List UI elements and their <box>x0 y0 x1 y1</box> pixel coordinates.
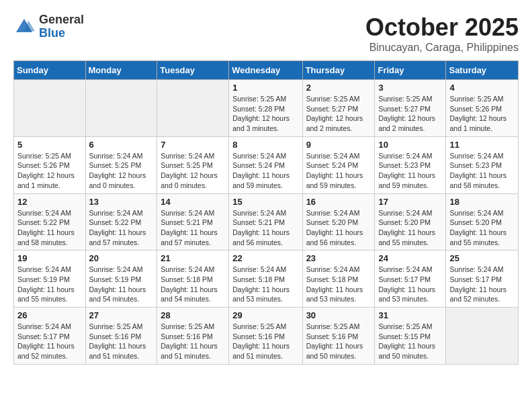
day-number: 17 <box>378 197 442 207</box>
calendar-cell: 28Sunrise: 5:25 AM Sunset: 5:16 PM Dayli… <box>157 308 229 365</box>
weekday-header-row: SundayMondayTuesdayWednesdayThursdayFrid… <box>14 61 519 80</box>
day-number: 14 <box>161 197 225 207</box>
logo-text: General Blue <box>39 13 84 40</box>
day-info: Sunrise: 5:24 AM Sunset: 5:18 PM Dayligh… <box>232 265 298 304</box>
day-number: 26 <box>17 310 82 320</box>
weekday-header: Friday <box>375 61 446 80</box>
day-number: 11 <box>449 140 515 150</box>
calendar-cell: 26Sunrise: 5:24 AM Sunset: 5:17 PM Dayli… <box>14 308 86 365</box>
day-number: 10 <box>378 140 442 150</box>
day-number: 30 <box>306 310 371 320</box>
calendar-cell <box>157 80 229 137</box>
calendar-cell: 8Sunrise: 5:24 AM Sunset: 5:24 PM Daylig… <box>229 136 302 193</box>
day-info: Sunrise: 5:25 AM Sunset: 5:16 PM Dayligh… <box>306 322 371 361</box>
calendar-cell: 9Sunrise: 5:24 AM Sunset: 5:24 PM Daylig… <box>302 136 375 193</box>
day-info: Sunrise: 5:24 AM Sunset: 5:18 PM Dayligh… <box>161 265 225 304</box>
day-number: 5 <box>17 140 82 150</box>
day-number: 7 <box>161 140 225 150</box>
calendar-cell <box>14 80 86 137</box>
calendar-cell: 30Sunrise: 5:25 AM Sunset: 5:16 PM Dayli… <box>302 308 375 365</box>
calendar-cell: 4Sunrise: 5:25 AM Sunset: 5:26 PM Daylig… <box>446 80 519 137</box>
day-number: 16 <box>306 197 371 207</box>
day-info: Sunrise: 5:25 AM Sunset: 5:27 PM Dayligh… <box>306 94 371 134</box>
day-number: 13 <box>89 197 154 207</box>
calendar-cell: 12Sunrise: 5:24 AM Sunset: 5:22 PM Dayli… <box>14 193 86 250</box>
logo-general: General <box>39 13 84 27</box>
weekday-header: Sunday <box>14 61 86 80</box>
calendar-cell: 5Sunrise: 5:25 AM Sunset: 5:26 PM Daylig… <box>14 136 86 193</box>
day-info: Sunrise: 5:25 AM Sunset: 5:27 PM Dayligh… <box>378 94 442 134</box>
calendar-cell <box>446 308 519 365</box>
calendar-cell: 31Sunrise: 5:25 AM Sunset: 5:15 PM Dayli… <box>375 308 446 365</box>
day-info: Sunrise: 5:25 AM Sunset: 5:26 PM Dayligh… <box>449 94 515 134</box>
day-number: 18 <box>449 197 515 207</box>
day-number: 21 <box>161 253 225 263</box>
calendar-cell: 21Sunrise: 5:24 AM Sunset: 5:18 PM Dayli… <box>157 250 229 308</box>
day-info: Sunrise: 5:24 AM Sunset: 5:20 PM Dayligh… <box>449 208 515 248</box>
calendar-cell: 17Sunrise: 5:24 AM Sunset: 5:20 PM Dayli… <box>375 193 446 250</box>
calendar-cell: 1Sunrise: 5:25 AM Sunset: 5:28 PM Daylig… <box>229 80 302 137</box>
day-number: 27 <box>89 310 154 320</box>
logo: General Blue <box>13 13 84 40</box>
calendar-week-row: 5Sunrise: 5:25 AM Sunset: 5:26 PM Daylig… <box>14 136 519 193</box>
day-info: Sunrise: 5:24 AM Sunset: 5:17 PM Dayligh… <box>378 265 442 304</box>
day-info: Sunrise: 5:24 AM Sunset: 5:21 PM Dayligh… <box>232 208 298 248</box>
day-number: 12 <box>17 197 82 207</box>
calendar-cell: 14Sunrise: 5:24 AM Sunset: 5:21 PM Dayli… <box>157 193 229 250</box>
calendar-cell: 24Sunrise: 5:24 AM Sunset: 5:17 PM Dayli… <box>375 250 446 308</box>
weekday-header: Thursday <box>302 61 375 80</box>
weekday-header: Wednesday <box>229 61 302 80</box>
day-info: Sunrise: 5:24 AM Sunset: 5:18 PM Dayligh… <box>306 265 371 304</box>
day-number: 19 <box>17 253 82 263</box>
calendar-cell: 2Sunrise: 5:25 AM Sunset: 5:27 PM Daylig… <box>302 80 375 137</box>
day-number: 28 <box>161 310 225 320</box>
calendar-cell: 15Sunrise: 5:24 AM Sunset: 5:21 PM Dayli… <box>229 193 302 250</box>
day-number: 2 <box>306 83 371 93</box>
day-number: 23 <box>306 253 371 263</box>
logo-icon <box>13 16 35 38</box>
day-info: Sunrise: 5:24 AM Sunset: 5:23 PM Dayligh… <box>449 151 515 191</box>
day-info: Sunrise: 5:25 AM Sunset: 5:16 PM Dayligh… <box>232 322 298 361</box>
day-info: Sunrise: 5:24 AM Sunset: 5:24 PM Dayligh… <box>306 151 371 191</box>
day-info: Sunrise: 5:24 AM Sunset: 5:24 PM Dayligh… <box>232 151 298 191</box>
day-info: Sunrise: 5:24 AM Sunset: 5:20 PM Dayligh… <box>306 208 371 248</box>
day-number: 1 <box>232 83 298 93</box>
day-number: 6 <box>89 140 154 150</box>
day-info: Sunrise: 5:24 AM Sunset: 5:22 PM Dayligh… <box>17 208 82 248</box>
day-number: 25 <box>449 253 515 263</box>
calendar-cell: 19Sunrise: 5:24 AM Sunset: 5:19 PM Dayli… <box>14 250 86 308</box>
calendar-week-row: 26Sunrise: 5:24 AM Sunset: 5:17 PM Dayli… <box>14 308 519 365</box>
calendar-table: SundayMondayTuesdayWednesdayThursdayFrid… <box>13 60 519 365</box>
title-block: October 2025 Binucayan, Caraga, Philippi… <box>365 13 519 54</box>
calendar-cell: 10Sunrise: 5:24 AM Sunset: 5:23 PM Dayli… <box>375 136 446 193</box>
weekday-header: Tuesday <box>157 61 229 80</box>
calendar-week-row: 19Sunrise: 5:24 AM Sunset: 5:19 PM Dayli… <box>14 250 519 308</box>
day-number: 4 <box>449 83 515 93</box>
location-subtitle: Binucayan, Caraga, Philippines <box>365 42 519 54</box>
day-info: Sunrise: 5:24 AM Sunset: 5:17 PM Dayligh… <box>449 265 515 304</box>
day-number: 29 <box>232 310 298 320</box>
calendar-cell: 18Sunrise: 5:24 AM Sunset: 5:20 PM Dayli… <box>446 193 519 250</box>
day-info: Sunrise: 5:24 AM Sunset: 5:20 PM Dayligh… <box>378 208 442 248</box>
day-number: 3 <box>378 83 442 93</box>
calendar-cell: 27Sunrise: 5:25 AM Sunset: 5:16 PM Dayli… <box>85 308 157 365</box>
day-info: Sunrise: 5:25 AM Sunset: 5:16 PM Dayligh… <box>89 322 154 361</box>
day-info: Sunrise: 5:24 AM Sunset: 5:22 PM Dayligh… <box>89 208 154 248</box>
day-info: Sunrise: 5:25 AM Sunset: 5:16 PM Dayligh… <box>161 322 225 361</box>
calendar-cell: 11Sunrise: 5:24 AM Sunset: 5:23 PM Dayli… <box>446 136 519 193</box>
calendar-cell: 22Sunrise: 5:24 AM Sunset: 5:18 PM Dayli… <box>229 250 302 308</box>
day-number: 15 <box>232 197 298 207</box>
logo-blue: Blue <box>39 27 84 40</box>
weekday-header: Saturday <box>446 61 519 80</box>
day-number: 31 <box>378 310 442 320</box>
day-info: Sunrise: 5:24 AM Sunset: 5:21 PM Dayligh… <box>161 208 225 248</box>
calendar-cell: 23Sunrise: 5:24 AM Sunset: 5:18 PM Dayli… <box>302 250 375 308</box>
day-number: 24 <box>378 253 442 263</box>
day-number: 8 <box>232 140 298 150</box>
weekday-header: Monday <box>85 61 157 80</box>
calendar-week-row: 12Sunrise: 5:24 AM Sunset: 5:22 PM Dayli… <box>14 193 519 250</box>
calendar-cell: 16Sunrise: 5:24 AM Sunset: 5:20 PM Dayli… <box>302 193 375 250</box>
day-info: Sunrise: 5:25 AM Sunset: 5:28 PM Dayligh… <box>232 94 298 134</box>
calendar-cell: 29Sunrise: 5:25 AM Sunset: 5:16 PM Dayli… <box>229 308 302 365</box>
day-info: Sunrise: 5:25 AM Sunset: 5:26 PM Dayligh… <box>17 151 82 191</box>
